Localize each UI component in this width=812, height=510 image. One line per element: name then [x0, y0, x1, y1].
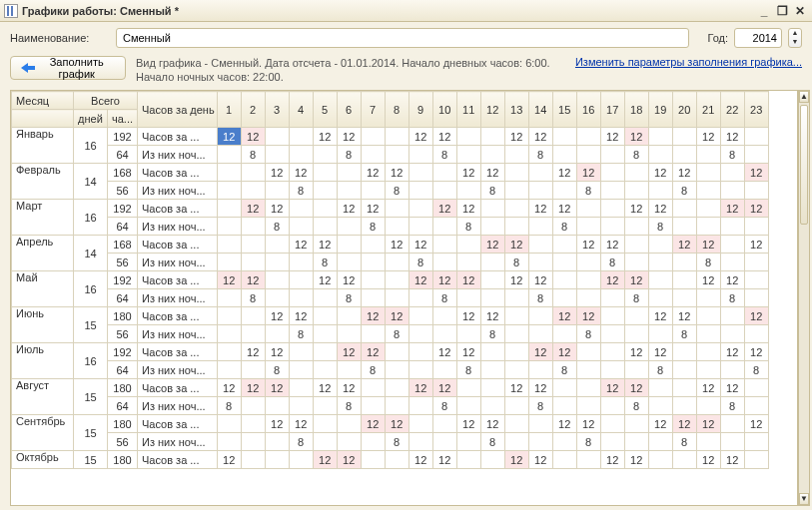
cell[interactable] — [432, 307, 456, 325]
cell[interactable]: 8 — [672, 182, 696, 200]
cell[interactable] — [408, 325, 432, 343]
cell[interactable] — [648, 433, 672, 451]
cell[interactable]: 12 — [504, 128, 528, 146]
cell[interactable] — [408, 433, 432, 451]
cell[interactable]: 12 — [720, 200, 744, 218]
cell[interactable] — [600, 200, 624, 218]
cell[interactable] — [528, 433, 552, 451]
cell[interactable]: 12 — [432, 343, 456, 361]
cell[interactable]: 12 — [744, 343, 768, 361]
cell[interactable] — [313, 343, 337, 361]
cell[interactable] — [576, 128, 600, 146]
cell[interactable] — [720, 164, 744, 182]
cell[interactable]: 12 — [672, 164, 696, 182]
cell[interactable]: 12 — [361, 164, 385, 182]
cell[interactable]: 12 — [289, 307, 313, 325]
cell[interactable] — [576, 379, 600, 397]
cell[interactable] — [361, 397, 385, 415]
cell[interactable] — [337, 236, 361, 254]
cell[interactable]: 8 — [648, 361, 672, 379]
cell[interactable] — [744, 433, 768, 451]
cell[interactable] — [720, 218, 744, 236]
year-spinner[interactable]: ▲▼ — [788, 28, 802, 48]
header-days[interactable]: дней — [74, 110, 108, 128]
cell[interactable] — [696, 397, 720, 415]
night-total-cell[interactable]: 64 — [108, 146, 138, 164]
cell[interactable]: 12 — [552, 200, 576, 218]
cell[interactable] — [241, 451, 265, 469]
cell[interactable] — [289, 146, 313, 164]
cell[interactable]: 8 — [385, 433, 408, 451]
cell[interactable]: 12 — [217, 128, 241, 146]
cell[interactable] — [552, 451, 576, 469]
cell[interactable]: 8 — [480, 433, 504, 451]
cell[interactable] — [241, 433, 265, 451]
rowlabel-night[interactable]: Из них ноч... — [138, 361, 218, 379]
cell[interactable] — [744, 289, 768, 307]
cell[interactable] — [696, 289, 720, 307]
cell[interactable] — [385, 128, 408, 146]
cell[interactable] — [337, 254, 361, 271]
cell[interactable]: 12 — [528, 200, 552, 218]
cell[interactable] — [361, 289, 385, 307]
cell[interactable] — [504, 200, 528, 218]
cell[interactable]: 8 — [241, 146, 265, 164]
cell[interactable]: 12 — [672, 236, 696, 254]
cell[interactable] — [408, 397, 432, 415]
cell[interactable] — [744, 379, 768, 397]
rowlabel-hours[interactable]: Часов за ... — [138, 271, 218, 289]
restore-button[interactable]: ❐ — [774, 4, 790, 18]
cell[interactable] — [289, 200, 313, 218]
cell[interactable] — [217, 307, 241, 325]
header-day-1[interactable]: 1 — [217, 92, 241, 128]
cell[interactable] — [432, 415, 456, 433]
cell[interactable] — [265, 397, 289, 415]
cell[interactable] — [480, 254, 504, 271]
header-day-6[interactable]: 6 — [337, 92, 361, 128]
cell[interactable]: 12 — [217, 451, 241, 469]
cell[interactable]: 12 — [480, 164, 504, 182]
cell[interactable]: 12 — [432, 451, 456, 469]
cell[interactable] — [408, 200, 432, 218]
cell[interactable]: 8 — [361, 218, 385, 236]
cell[interactable] — [696, 182, 720, 200]
cell[interactable] — [480, 379, 504, 397]
cell[interactable] — [265, 451, 289, 469]
cell[interactable] — [408, 164, 432, 182]
cell[interactable]: 12 — [313, 236, 337, 254]
header-day-16[interactable]: 16 — [576, 92, 600, 128]
cell[interactable] — [600, 415, 624, 433]
cell[interactable] — [432, 236, 456, 254]
days-cell[interactable]: 15 — [74, 307, 108, 343]
cell[interactable] — [624, 433, 648, 451]
cell[interactable] — [504, 289, 528, 307]
cell[interactable] — [648, 146, 672, 164]
cell[interactable]: 12 — [408, 379, 432, 397]
cell[interactable] — [241, 164, 265, 182]
cell[interactable] — [480, 343, 504, 361]
cell[interactable] — [720, 307, 744, 325]
cell[interactable] — [337, 182, 361, 200]
cell[interactable] — [456, 433, 480, 451]
days-cell[interactable]: 14 — [74, 236, 108, 271]
cell[interactable] — [217, 325, 241, 343]
cell[interactable] — [408, 218, 432, 236]
cell[interactable] — [552, 289, 576, 307]
cell[interactable]: 12 — [528, 271, 552, 289]
cell[interactable] — [600, 218, 624, 236]
cell[interactable] — [480, 271, 504, 289]
cell[interactable] — [528, 415, 552, 433]
rowlabel-hours[interactable]: Часов за ... — [138, 415, 218, 433]
cell[interactable]: 8 — [504, 254, 528, 271]
cell[interactable] — [504, 307, 528, 325]
cell[interactable] — [480, 146, 504, 164]
rowlabel-hours[interactable]: Часов за ... — [138, 200, 218, 218]
cell[interactable]: 12 — [456, 200, 480, 218]
month-cell[interactable]: Июль — [12, 343, 74, 379]
cell[interactable]: 12 — [456, 164, 480, 182]
cell[interactable] — [528, 182, 552, 200]
cell[interactable] — [504, 361, 528, 379]
cell[interactable] — [648, 397, 672, 415]
night-total-cell[interactable]: 64 — [108, 218, 138, 236]
cell[interactable]: 12 — [456, 343, 480, 361]
